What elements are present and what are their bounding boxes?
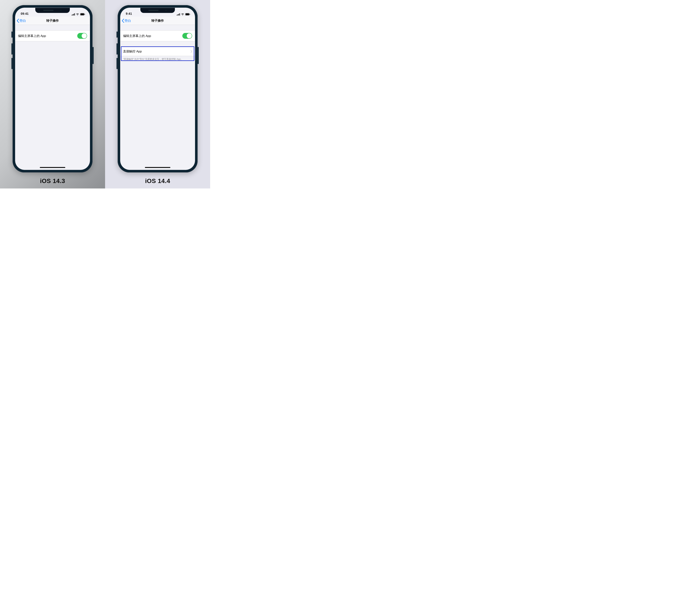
cell-footer-direct-touch: “直接触控”允许“旁白”无需更多交互，便可直接控制 App。 [120, 56, 195, 61]
panel-ios-14-4: 9:41 [105, 0, 210, 189]
wifi-icon [181, 13, 184, 16]
status-time: 9:41 [126, 12, 132, 16]
toggle-edit-home-apps[interactable] [77, 33, 87, 39]
svg-rect-9 [179, 14, 179, 16]
svg-rect-5 [81, 14, 84, 15]
battery-icon [80, 13, 85, 16]
notch [140, 8, 175, 13]
chevron-left-icon [17, 19, 19, 23]
silence-switch [12, 31, 13, 38]
svg-rect-10 [179, 13, 180, 16]
cell-edit-home-apps[interactable]: 编辑主屏幕上的 App [120, 30, 195, 41]
comparison-stage: 09:41 [0, 0, 210, 189]
power-button [198, 47, 199, 64]
back-label: 旁白 [124, 19, 131, 23]
chevron-right-icon [191, 50, 192, 53]
volume-up-button [12, 43, 13, 54]
svg-rect-2 [73, 14, 74, 16]
cell-label: 直接触控 App [123, 49, 142, 53]
phone-frame: 09:41 [13, 5, 93, 173]
notch [35, 8, 70, 13]
panel-caption: iOS 14.4 [105, 177, 210, 184]
nav-bar: 旁白 转子操作 [120, 17, 195, 25]
home-indicator[interactable] [145, 167, 170, 168]
nav-bar: 旁白 转子操作 [15, 17, 90, 25]
screen: 09:41 [15, 8, 90, 170]
cell-edit-home-apps[interactable]: 编辑主屏幕上的 App [15, 30, 90, 41]
panel-ios-14-3: 09:41 [0, 0, 105, 189]
status-icons [72, 13, 85, 16]
svg-rect-0 [72, 15, 72, 16]
svg-rect-12 [186, 14, 189, 15]
home-indicator[interactable] [40, 167, 65, 168]
nav-title: 转子操作 [120, 19, 195, 23]
status-icons [177, 13, 190, 16]
back-button[interactable]: 旁白 [15, 19, 26, 23]
settings-content: 编辑主屏幕上的 App [15, 25, 90, 41]
status-time: 09:41 [21, 12, 28, 16]
silence-switch [117, 31, 118, 38]
front-camera [60, 9, 62, 11]
svg-rect-1 [72, 14, 73, 16]
screen: 9:41 [120, 8, 195, 170]
volume-up-button [117, 43, 118, 54]
wifi-icon [76, 13, 79, 16]
section-spacer [15, 25, 90, 30]
power-button [93, 47, 94, 64]
toggle-edit-home-apps[interactable] [182, 33, 192, 39]
nav-title: 转子操作 [15, 19, 90, 23]
speaker-grill [148, 10, 159, 11]
cell-label: 编辑主屏幕上的 App [123, 34, 151, 38]
back-label: 旁白 [20, 19, 26, 23]
svg-rect-7 [177, 15, 177, 16]
cellular-icon [72, 13, 75, 16]
front-camera [165, 9, 167, 11]
section-spacer [120, 25, 195, 30]
section-spacer [120, 41, 195, 47]
phone-frame: 9:41 [118, 5, 198, 173]
cell-direct-touch-apps[interactable]: 直接触控 App [120, 47, 195, 56]
svg-rect-3 [74, 13, 75, 16]
speaker-grill [43, 10, 53, 11]
svg-rect-13 [190, 14, 190, 15]
svg-rect-6 [85, 14, 85, 15]
panel-caption: iOS 14.3 [0, 177, 105, 184]
back-button[interactable]: 旁白 [120, 19, 131, 23]
cellular-icon [177, 13, 180, 16]
volume-down-button [117, 58, 118, 69]
chevron-left-icon [122, 19, 124, 23]
settings-content: 编辑主屏幕上的 App 直接触控 App “直接触控”允许“旁白”无需更多交互，… [120, 25, 195, 61]
svg-rect-8 [178, 14, 178, 16]
battery-icon [185, 13, 190, 16]
volume-down-button [12, 58, 13, 69]
cell-label: 编辑主屏幕上的 App [18, 34, 46, 38]
